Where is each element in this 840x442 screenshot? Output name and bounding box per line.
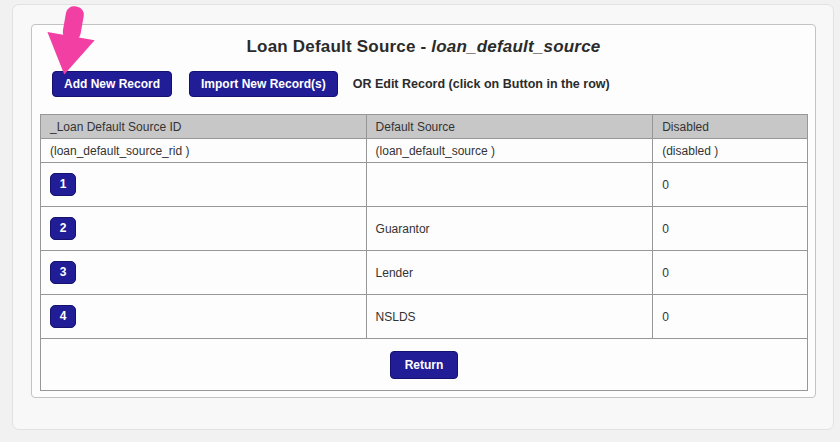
content-panel: Loan Default Source - loan_default_sourc… bbox=[31, 24, 816, 398]
page-title-text: Loan Default Source - bbox=[247, 37, 432, 56]
import-new-records-button[interactable]: Import New Record(s) bbox=[189, 71, 338, 97]
table-row: 2 Guarantor 0 bbox=[41, 207, 808, 251]
edit-record-2-button[interactable]: 2 bbox=[50, 217, 76, 240]
cell-edit-button: 1 bbox=[41, 163, 367, 207]
column-header-disabled: Disabled bbox=[653, 115, 808, 139]
edit-record-hint: OR Edit Record (click on Button in the r… bbox=[353, 77, 610, 91]
column-header-default-source: Default Source bbox=[366, 115, 653, 139]
toolbar: Add New Record Import New Record(s) OR E… bbox=[52, 71, 807, 97]
table-row: 1 0 bbox=[41, 163, 808, 207]
table-row: 4 NSLDS 0 bbox=[41, 295, 808, 339]
cell-disabled: 0 bbox=[653, 163, 808, 207]
cell-default-source: NSLDS bbox=[366, 295, 653, 339]
cell-disabled: 0 bbox=[653, 251, 808, 295]
edit-record-3-button[interactable]: 3 bbox=[50, 261, 76, 284]
table-header-row: _Loan Default Source ID Default Source D… bbox=[41, 115, 808, 139]
cell-edit-button: 2 bbox=[41, 207, 367, 251]
fieldname-default-source: (loan_default_source ) bbox=[366, 139, 653, 163]
records-table: _Loan Default Source ID Default Source D… bbox=[40, 114, 808, 391]
footer-cell: Return bbox=[41, 339, 808, 391]
fieldname-id: (loan_default_source_rid ) bbox=[41, 139, 367, 163]
column-header-id: _Loan Default Source ID bbox=[41, 115, 367, 139]
cell-default-source bbox=[366, 163, 653, 207]
edit-record-4-button[interactable]: 4 bbox=[50, 305, 76, 328]
edit-record-1-button[interactable]: 1 bbox=[50, 173, 76, 196]
outer-container: Loan Default Source - loan_default_sourc… bbox=[12, 4, 834, 430]
add-new-record-button[interactable]: Add New Record bbox=[52, 71, 172, 97]
table-row: 3 Lender 0 bbox=[41, 251, 808, 295]
cell-edit-button: 3 bbox=[41, 251, 367, 295]
fieldname-disabled: (disabled ) bbox=[653, 139, 808, 163]
return-button[interactable]: Return bbox=[390, 351, 459, 379]
cell-disabled: 0 bbox=[653, 207, 808, 251]
cell-default-source: Lender bbox=[366, 251, 653, 295]
cell-edit-button: 4 bbox=[41, 295, 367, 339]
page-title-table-name: loan_default_source bbox=[431, 37, 600, 56]
table-footer-row: Return bbox=[41, 339, 808, 391]
page-title: Loan Default Source - loan_default_sourc… bbox=[40, 37, 807, 57]
table-fieldname-row: (loan_default_source_rid ) (loan_default… bbox=[41, 139, 808, 163]
cell-disabled: 0 bbox=[653, 295, 808, 339]
cell-default-source: Guarantor bbox=[366, 207, 653, 251]
